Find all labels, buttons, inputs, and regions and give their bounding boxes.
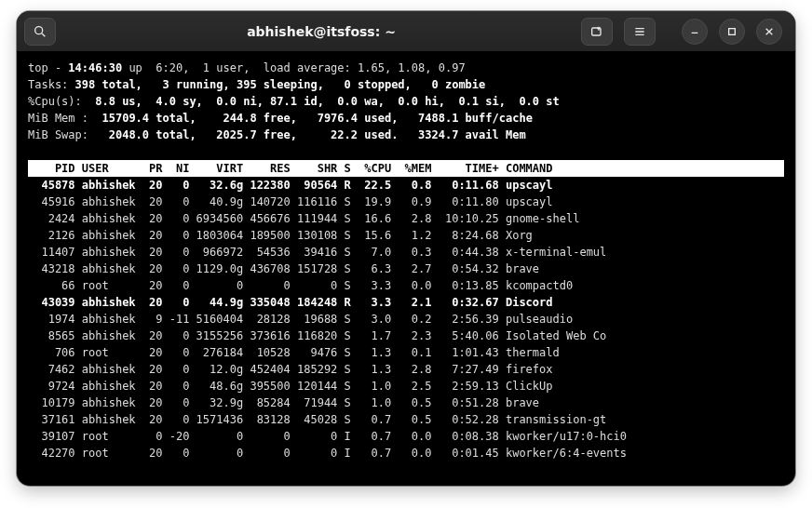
- svg-line-1: [42, 33, 45, 36]
- table-row: 2424 abhishek 20 0 6934560 456676 111944…: [28, 212, 579, 225]
- terminal-window: abhishek@itsfoss: ~ top - 14:46:30 up 6:…: [17, 11, 795, 486]
- maximize-button[interactable]: [719, 19, 745, 45]
- swap-values: 2048.0 total, 2025.7 free, 22.2 used. 33…: [88, 128, 526, 141]
- svg-rect-9: [729, 28, 736, 34]
- process-header: PID USER PR NI VIRT RES SHR S %CPU %MEM …: [28, 160, 784, 177]
- titlebar: abhishek@itsfoss: ~: [17, 11, 795, 52]
- top-time: 14:46:30: [68, 61, 122, 74]
- cpu-label: %Cpu(s):: [28, 95, 82, 108]
- table-row: 39107 root 0 -20 0 0 0 I 0.7 0.0 0:08.38…: [28, 430, 627, 443]
- top-line1-pre: top -: [28, 61, 68, 74]
- svg-point-0: [35, 26, 43, 33]
- table-row: 66 root 20 0 0 0 0 S 3.3 0.0 0:13.85 kco…: [28, 279, 573, 292]
- table-row: 45878 abhishek 20 0 32.6g 122380 90564 R…: [28, 179, 553, 192]
- process-list: 45878 abhishek 20 0 32.6g 122380 90564 R…: [28, 179, 627, 460]
- table-row: 10179 abhishek 20 0 32.9g 85284 71944 S …: [28, 396, 539, 409]
- minimize-button[interactable]: [682, 19, 708, 45]
- menu-button[interactable]: [624, 18, 656, 46]
- table-row: 1974 abhishek 9 -11 5160404 28128 19688 …: [28, 313, 573, 326]
- mem-label: MiB Mem :: [28, 112, 88, 125]
- terminal-output[interactable]: top - 14:46:30 up 6:20, 1 user, load ave…: [17, 52, 795, 471]
- table-row: 2126 abhishek 20 0 1803064 189500 130108…: [28, 229, 533, 242]
- table-row: 42270 root 20 0 0 0 0 I 0.7 0.0 0:01.45 …: [28, 447, 627, 460]
- close-icon: [762, 24, 777, 39]
- table-row: 37161 abhishek 20 0 1571436 83128 45028 …: [28, 413, 606, 426]
- tasks-label: Tasks:: [28, 78, 68, 91]
- table-row: 8565 abhishek 20 0 3155256 373616 116820…: [28, 329, 606, 342]
- table-row: 706 root 20 0 276184 10528 9476 S 1.3 0.…: [28, 346, 560, 359]
- table-row: 11407 abhishek 20 0 966972 54536 39416 S…: [28, 246, 606, 259]
- maximize-icon: [724, 24, 739, 39]
- close-button[interactable]: [756, 19, 782, 45]
- table-row: 9724 abhishek 20 0 48.6g 395500 120144 S…: [28, 380, 553, 393]
- table-row: 43218 abhishek 20 0 1129.0g 436708 15172…: [28, 262, 539, 275]
- search-icon: [33, 24, 47, 39]
- cpu-values: 8.8 us, 4.0 sy, 0.0 ni, 87.1 id, 0.0 wa,…: [82, 95, 560, 108]
- top-line1-rest: up 6:20, 1 user, load average: 1.65, 1.0…: [122, 61, 465, 74]
- table-row: 45916 abhishek 20 0 40.9g 140720 116116 …: [28, 195, 553, 208]
- swap-label: MiB Swap:: [28, 128, 88, 141]
- table-row: 7462 abhishek 20 0 12.0g 452404 185292 S…: [28, 363, 553, 376]
- search-button[interactable]: [24, 18, 56, 46]
- hamburger-icon: [632, 24, 647, 39]
- minimize-icon: [687, 24, 702, 39]
- window-title: abhishek@itsfoss: ~: [61, 24, 581, 39]
- table-row: 43039 abhishek 20 0 44.9g 335048 184248 …: [28, 296, 553, 309]
- new-tab-icon: [589, 24, 604, 39]
- new-tab-button[interactable]: [581, 18, 613, 46]
- tasks-values: 398 total, 3 running, 395 sleeping, 0 st…: [68, 78, 485, 91]
- mem-values: 15709.4 total, 244.8 free, 7976.4 used, …: [88, 112, 533, 125]
